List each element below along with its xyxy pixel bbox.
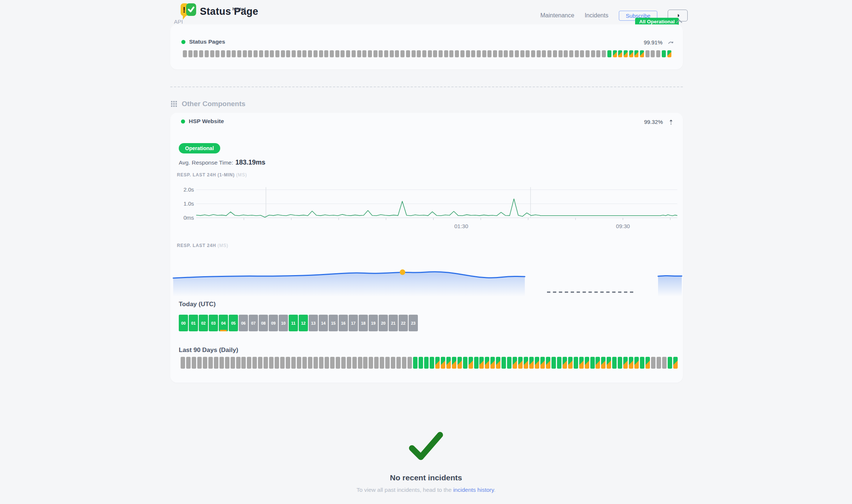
uptime-day-bar	[591, 50, 595, 57]
uptime-day-bar	[601, 357, 606, 369]
uptime-day-bar	[374, 357, 379, 369]
hour-block: 11	[289, 315, 298, 331]
uptime-day-bar	[259, 50, 263, 57]
uptime-day-bar	[391, 357, 395, 369]
refresh-icon[interactable]	[668, 40, 674, 45]
incidents-footer: No recent incidents To view all past inc…	[0, 425, 852, 493]
uptime-day-bar	[199, 50, 203, 57]
uptime-day-bar	[607, 50, 611, 57]
uptime-percent: 99.32%	[644, 119, 663, 125]
hour-block: 17	[349, 315, 358, 331]
svg-text:1.0s: 1.0s	[184, 200, 194, 207]
hour-block: 05	[229, 315, 238, 331]
nav-link-incidents[interactable]: Incidents	[585, 12, 608, 19]
uptime-day-bar	[634, 50, 638, 57]
uptime-day-bar	[446, 357, 451, 369]
uptime-day-bar	[330, 357, 335, 369]
svg-text:09:30: 09:30	[616, 223, 630, 229]
uptime-day-bar	[406, 50, 410, 57]
uptime-day-bar	[487, 50, 492, 57]
hour-block: 08	[259, 315, 268, 331]
uptime-day-bar	[214, 357, 218, 369]
uptime-day-bar	[270, 50, 274, 57]
hour-block: 12	[299, 315, 308, 331]
uptime-day-bar	[502, 357, 506, 369]
no-recent-incidents-title: No recent incidents	[0, 473, 852, 482]
hour-block: 00	[179, 315, 188, 331]
svg-text:0ms: 0ms	[184, 214, 194, 221]
uptime-day-bar	[192, 357, 196, 369]
uptime-day-bar	[629, 50, 633, 57]
uptime-day-bar	[518, 357, 523, 369]
uptime-day-bar	[194, 50, 198, 57]
uptime-day-bar	[596, 50, 600, 57]
uptime-day-bar	[231, 357, 235, 369]
uptime-day-bar	[457, 357, 462, 369]
uptime-day-bar	[280, 357, 285, 369]
uptime-day-bar	[477, 50, 481, 57]
uptime-day-bar	[493, 50, 497, 57]
uptime-day-bar	[232, 50, 236, 57]
uptime-day-bar	[219, 357, 224, 369]
hour-incident-marker	[220, 330, 227, 331]
chart-marker-dot[interactable]	[400, 270, 405, 275]
uptime-summary: 99.32%	[644, 119, 673, 125]
brand-name: Status Page	[200, 6, 258, 17]
uptime-day-bar	[346, 50, 350, 57]
component-name: HSP Website	[189, 118, 224, 125]
incidents-history-link[interactable]: incidents history	[453, 487, 494, 493]
uptime-day-bar	[252, 357, 257, 369]
uptime-day-bar	[513, 357, 517, 369]
uptime-day-bar	[210, 50, 214, 57]
uptime-day-bar	[537, 50, 541, 57]
uptime-day-bar	[551, 357, 556, 369]
uptime-day-bar	[482, 50, 486, 57]
uptime-day-bar	[575, 50, 579, 57]
uptime-day-bar	[602, 50, 606, 57]
status-dot	[181, 40, 185, 44]
nav-link-maintenance[interactable]: Maintenance	[540, 12, 574, 19]
uptime-day-bar	[341, 50, 345, 57]
uptime-day-bar	[618, 357, 622, 369]
chevron-up-icon[interactable]	[676, 19, 682, 24]
uptime-day-bar	[657, 357, 661, 369]
uptime-day-bar	[613, 50, 617, 57]
uptime-day-bar	[221, 50, 225, 57]
uptime-day-bar	[460, 50, 464, 57]
uptime-day-bar	[463, 357, 467, 369]
chart-label-text: RESP. LAST 24H (1-MIN)	[177, 172, 235, 177]
uptime-day-bar	[612, 357, 617, 369]
uptime-day-bar	[557, 357, 561, 369]
uptime-day-bar	[208, 357, 213, 369]
uptime-day-bar	[181, 357, 185, 369]
uptime-day-bar	[379, 50, 383, 57]
uptime-day-bar	[542, 50, 546, 57]
uptime-day-bar	[515, 50, 519, 57]
uptime-day-bar	[225, 357, 229, 369]
uptime-day-bar	[499, 50, 503, 57]
uptime-day-bar	[358, 357, 362, 369]
uptime-day-bar	[422, 50, 426, 57]
uptime-day-bar	[335, 50, 339, 57]
uptime-day-bar	[504, 50, 508, 57]
uptime-day-bar	[292, 50, 296, 57]
svg-text:01:30: 01:30	[454, 223, 469, 229]
last-90-days-title: Last 90 Days (Daily)	[179, 346, 238, 354]
uptime-day-bar	[490, 357, 495, 369]
uptime-day-bar	[243, 50, 247, 57]
uptime-day-bar	[474, 357, 479, 369]
avg-response-label: Avg. Response Time:	[179, 159, 233, 166]
uptime-day-bar	[352, 357, 357, 369]
uptime-day-bar	[623, 357, 628, 369]
uptime-day-bar	[444, 50, 448, 57]
trend-up-icon	[669, 119, 673, 125]
uptime-day-bar	[265, 50, 269, 57]
uptime-day-bar	[651, 357, 655, 369]
uptime-day-bar	[281, 50, 285, 57]
hour-block: 22	[399, 315, 408, 331]
uptime-day-bar	[568, 357, 573, 369]
uptime-day-bar	[336, 357, 340, 369]
uptime-day-bar	[395, 50, 399, 57]
uptime-day-bar	[535, 357, 539, 369]
uptime-day-bar	[275, 357, 279, 369]
